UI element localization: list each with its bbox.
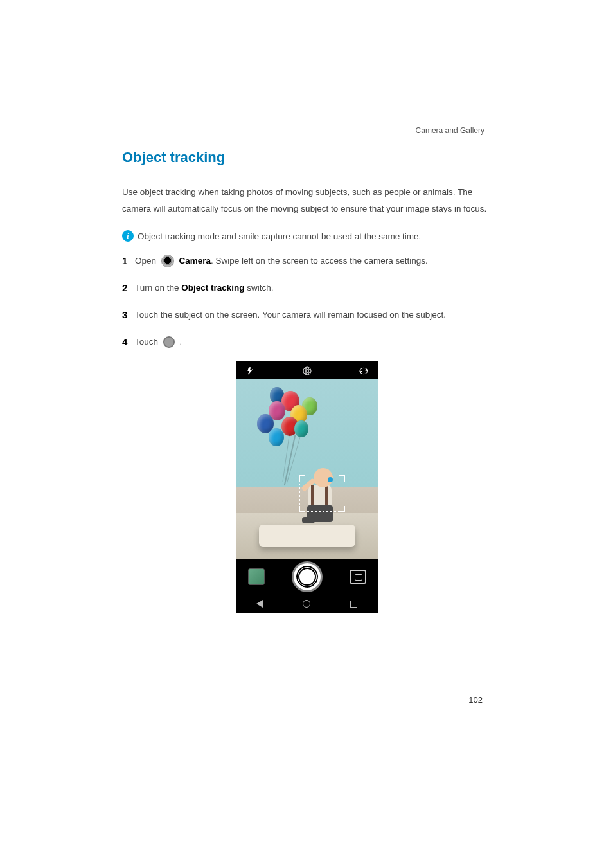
step-1-text-a: Open — [135, 256, 159, 266]
shutter-icon — [163, 336, 175, 348]
steps-list: Open Camera. Swipe left on the screen to… — [122, 253, 492, 350]
android-nav-bar — [236, 594, 378, 613]
step-1-app-name: Camera — [179, 256, 211, 266]
step-3: Touch the subject on the screen. Your ca… — [122, 307, 492, 323]
camera-bottom-bar — [236, 559, 378, 594]
balloons-illustration — [251, 383, 321, 454]
info-icon: i — [122, 230, 134, 242]
tracking-focus-box — [299, 476, 344, 512]
info-note-text: Object tracking mode and smile capture c… — [138, 231, 421, 241]
step-1: Open Camera. Swipe left on the screen to… — [122, 253, 492, 269]
camera-app-icon — [161, 255, 174, 267]
section-title: Object tracking — [122, 149, 492, 166]
intro-paragraph: Use object tracking when taking photos o… — [122, 184, 492, 217]
nav-home-icon[interactable] — [303, 600, 310, 608]
page-content: Object tracking Use object tracking when… — [122, 149, 492, 613]
step-3-text: Touch the subject on the screen. Your ca… — [135, 310, 446, 320]
step-2-text-b: switch. — [245, 283, 274, 293]
step-2: Turn on the Object tracking switch. — [122, 280, 492, 296]
svg-point-5 — [307, 372, 309, 374]
step-4-text-b: . — [180, 337, 182, 347]
header-section-label: Camera and Gallery — [416, 126, 484, 135]
gallery-thumbnail[interactable] — [248, 568, 265, 585]
svg-point-3 — [307, 369, 309, 371]
nav-back-icon[interactable] — [256, 600, 263, 608]
step-1-text-b: . Swipe left on the screen to access the… — [211, 256, 428, 266]
svg-point-2 — [305, 369, 306, 371]
camera-mode-button[interactable] — [350, 570, 366, 584]
phone-screenshot — [236, 361, 378, 613]
step-2-text-a: Turn on the — [135, 283, 181, 293]
camera-viewfinder[interactable] — [236, 379, 378, 559]
step-4: Touch . — [122, 334, 492, 350]
svg-point-4 — [305, 372, 306, 374]
camera-top-bar — [236, 363, 378, 379]
svg-point-1 — [303, 367, 311, 375]
flash-icon[interactable] — [245, 366, 256, 376]
nav-recent-icon[interactable] — [350, 601, 357, 608]
page-number: 102 — [468, 695, 483, 705]
shutter-button[interactable] — [294, 563, 321, 590]
info-note: i Object tracking mode and smile capture… — [122, 230, 492, 242]
filter-icon[interactable] — [302, 366, 312, 376]
step-4-text-a: Touch — [135, 337, 161, 347]
switch-camera-icon[interactable] — [359, 366, 369, 376]
step-2-bold: Object tracking — [181, 283, 244, 293]
